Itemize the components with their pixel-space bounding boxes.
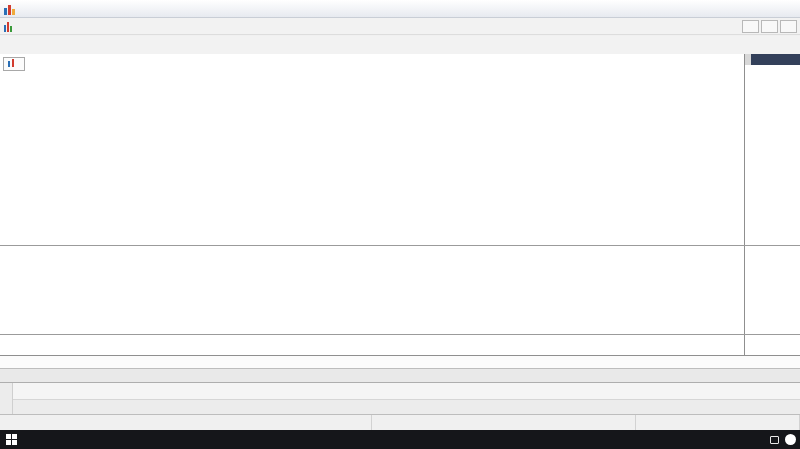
window-maximize-button[interactable] [746,0,773,17]
toolbar [0,36,800,55]
chart-tab-bar [0,368,800,382]
price-scale[interactable] [744,54,800,355]
metatrader-terminal-window [0,0,800,449]
price-chart[interactable] [0,54,744,355]
start-button[interactable] [0,430,22,449]
title-bar [0,0,800,18]
menu-bar [0,18,800,35]
toolbox-tab-bar [13,399,800,415]
child-window-controls [740,20,797,33]
current-price-box [745,54,800,65]
toolbox-content [13,383,800,399]
action-center-icon[interactable] [770,436,779,444]
pane-splitter[interactable] [0,334,800,335]
pane-splitter[interactable] [0,245,800,246]
child-restore-button[interactable] [761,20,778,33]
window-close-button[interactable] [773,0,800,17]
candles-mini-icon [7,59,16,69]
window-minimize-button[interactable] [719,0,746,17]
volume-value-box [745,54,751,65]
toolbox-vertical-caption[interactable] [0,383,13,415]
status-bar [0,414,800,430]
app-logo-icon [4,3,16,15]
child-close-button[interactable] [780,20,797,33]
windows-taskbar [0,430,800,449]
child-minimize-button[interactable] [742,20,759,33]
chart-symbol-chip [3,57,25,71]
system-tray [746,430,800,449]
toolbox-panel [0,382,800,414]
notification-badge[interactable] [785,434,796,445]
chart-window-icon [4,21,15,32]
time-axis[interactable] [0,355,800,368]
